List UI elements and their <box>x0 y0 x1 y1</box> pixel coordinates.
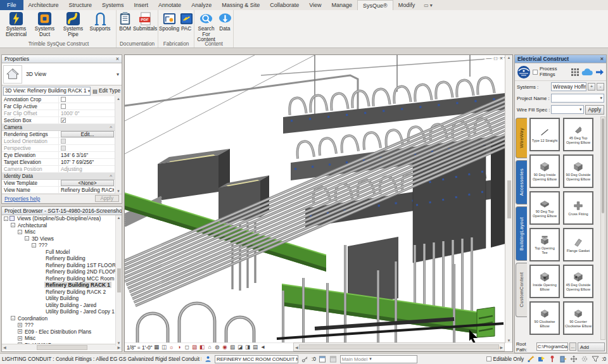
spooling-button[interactable]: Spooling <box>159 11 179 32</box>
close-icon[interactable]: × <box>500 55 503 61</box>
worksharing-monitor-icon[interactable] <box>526 355 535 363</box>
requests-key-icon[interactable] <box>301 355 309 363</box>
ribbon-display-toggle[interactable]: ▭▾ <box>420 0 436 10</box>
drawing-area[interactable]: — □ × ▲▼ 1/8" = 1'-0" ▦ ◫ ☼ ◑ ◻ ▨ ◧ ⌂ ◍ … <box>124 54 513 352</box>
edit-type-button[interactable]: ▤ Edit Type <box>92 88 120 94</box>
arrow-right-icon[interactable] <box>595 68 604 76</box>
tree-item[interactable]: Misc <box>2 229 122 235</box>
link-display-icon[interactable] <box>537 355 545 363</box>
fitting-card[interactable]: Flange Gasket <box>563 228 593 261</box>
tree-item[interactable]: Refinery Building 1ST FLOOR <box>2 262 122 269</box>
tab-structure[interactable]: Structure <box>64 0 98 10</box>
target-elevation-value[interactable]: 107' 7 69/256" <box>59 159 114 165</box>
collapse-box-icon[interactable] <box>4 217 8 221</box>
tab-collaborate[interactable]: Collaborate <box>265 0 304 10</box>
sun-path-icon[interactable]: ☼ <box>168 343 175 351</box>
fitting-card[interactable]: Inside Opening Elbow <box>529 265 560 298</box>
filter-icon[interactable] <box>591 355 599 363</box>
expand-box-icon[interactable] <box>18 329 22 334</box>
tree-item-selected[interactable]: Refinery Building RACK 1 <box>2 282 122 289</box>
view-name-value[interactable]: Refinery Building RACK 1 <box>59 187 114 193</box>
process-fittings-checkbox[interactable] <box>533 70 538 75</box>
search-for-content-button[interactable]: Search For Content <box>195 11 217 43</box>
tree-item[interactable]: Full Model <box>2 249 122 256</box>
submittals-button[interactable]: PDF Submittals <box>133 11 157 32</box>
view-vertical-scrollbar[interactable]: ▲▼ <box>505 55 512 343</box>
section-box-checkbox[interactable] <box>61 118 66 123</box>
bom-button[interactable]: BOM <box>117 11 133 32</box>
worksets-dialog-icon[interactable] <box>319 355 327 363</box>
temporary-hide-icon[interactable]: ◍ <box>213 343 220 351</box>
restore-icon[interactable]: □ <box>494 55 497 61</box>
expand-box-icon[interactable] <box>18 342 22 344</box>
systems-pipe-button[interactable]: Systems Pipe <box>59 11 87 37</box>
tab-file[interactable]: File <box>0 0 23 10</box>
constraints-icon[interactable]: ▤ <box>251 343 258 351</box>
fitting-card[interactable]: 90 Counter Clockwise Elbow <box>563 301 593 335</box>
tree-item[interactable]: Misc <box>2 335 122 342</box>
tree-item[interactable]: Refinery Building 2ND FLOOR <box>2 268 122 275</box>
exclude-options-icon[interactable] <box>559 355 567 363</box>
electrical-construct-title-bar[interactable]: Electrical Construct × <box>515 55 606 63</box>
collapse-box-icon[interactable] <box>25 236 29 241</box>
fitting-card[interactable]: 45 Deg Top Opening Elbow <box>563 118 593 151</box>
tab-massing-site[interactable]: Massing & Site <box>217 0 265 10</box>
pin-icon[interactable] <box>548 355 556 363</box>
catalog-scrollbar[interactable] <box>600 116 605 340</box>
tree-item[interactable]: ??? <box>2 242 122 249</box>
expand-box-icon[interactable] <box>18 336 22 341</box>
view-horizontal-scrollbar[interactable]: ◀▶ <box>293 342 505 351</box>
cloud-icon[interactable] <box>581 68 593 76</box>
systems-duct-button[interactable]: Systems Duct <box>30 11 59 37</box>
collapse-box-icon[interactable] <box>18 230 22 234</box>
browse-button[interactable]: ... <box>569 342 576 351</box>
scale-label[interactable]: 1/8" = 1'-0" <box>127 344 152 351</box>
add-fittings-button[interactable]: Add Fittings <box>578 342 605 351</box>
pac-button[interactable]: PAC <box>179 11 193 32</box>
tab-manage[interactable]: Manage <box>327 0 358 10</box>
fitting-card[interactable]: Type 12 Straight <box>529 118 560 151</box>
wire-fill-combobox[interactable]: ▾ <box>551 105 584 114</box>
fitting-card[interactable]: 90 Deg Inside Opening Elbow <box>529 154 560 188</box>
fitting-card[interactable]: Top Opening Tee <box>529 228 560 261</box>
annotation-crop-checkbox[interactable] <box>61 97 66 102</box>
unlock-view-icon[interactable]: ⌂ <box>206 343 213 351</box>
section-header-identity-data[interactable]: Identity Data <box>2 173 122 180</box>
far-clip-active-checkbox[interactable] <box>61 104 66 109</box>
tab-analyze[interactable]: Analyze <box>186 0 217 10</box>
supports-button[interactable]: Supports <box>87 11 113 37</box>
browser-horizontal-scrollbar[interactable]: ◀▶ <box>2 344 122 350</box>
editing-requests-icon[interactable] <box>204 355 212 363</box>
displacement-icon[interactable]: ◨ <box>244 343 251 351</box>
tab-buildinglayout[interactable]: BuildingLayout <box>516 206 527 261</box>
systems-electrical-button[interactable]: Systems Electrical <box>2 11 30 37</box>
detail-level-icon[interactable]: ▦ <box>153 343 160 351</box>
view-type-combobox[interactable]: 3D View: Refinery Building RACK 1 ▾ <box>3 87 91 96</box>
tab-customcontent[interactable]: CustomContent <box>516 263 527 317</box>
show-crop-icon[interactable]: ◧ <box>198 343 205 351</box>
tab-accessories[interactable]: Accessories <box>516 160 527 204</box>
tab-insert[interactable]: Insert <box>129 0 154 10</box>
section-header-camera[interactable]: Camera <box>2 124 122 131</box>
tree-item[interactable]: Utility Building - Jared <box>2 302 122 309</box>
remove-system-button[interactable]: - <box>597 83 604 91</box>
tree-item[interactable]: Refinery Building MCC Room <box>2 275 122 282</box>
worksharing-display-icon[interactable]: ▧ <box>229 343 236 351</box>
root-path-input[interactable]: C:\ProgramData <box>536 342 568 351</box>
shadows-icon[interactable]: ◑ <box>175 343 182 351</box>
view-template-button[interactable]: <None> <box>61 180 114 186</box>
fitting-card[interactable]: 90 Clockwise Elbow <box>529 301 560 335</box>
properties-help-link[interactable]: Properties help <box>4 196 40 202</box>
press-drag-icon[interactable] <box>569 355 578 363</box>
fitting-card[interactable]: Cross Fitting <box>563 191 593 225</box>
tree-item[interactable]: Refinery Building RACK 2 <box>2 289 122 296</box>
browser-vertical-scrollbar[interactable]: ▲▼ <box>115 215 122 346</box>
reveal-hidden-icon[interactable]: ◉ <box>221 343 228 351</box>
project-name-combobox[interactable]: ▾ <box>551 94 604 103</box>
tree-item[interactable]: 3D Views <box>2 235 122 242</box>
grid-icon[interactable] <box>571 68 579 76</box>
tree-item[interactable]: E09 - Elec Distribution Plans <box>2 329 122 336</box>
apply-button[interactable]: Apply <box>95 195 119 202</box>
collapse-box-icon[interactable] <box>11 316 15 320</box>
editable-only-toggle[interactable]: Editable Only <box>486 356 524 362</box>
